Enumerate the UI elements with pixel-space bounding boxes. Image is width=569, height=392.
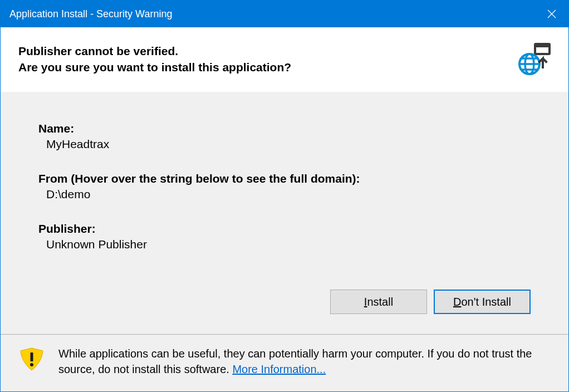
from-label: From (Hover over the string below to see… [38, 172, 531, 185]
dont-install-button[interactable]: Don't Install [434, 290, 531, 314]
window-title: Application Install - Security Warning [9, 8, 172, 20]
install-label-rest: nstall [367, 296, 393, 308]
titlebar: Application Install - Security Warning [1, 1, 568, 27]
name-label: Name: [38, 122, 531, 135]
install-button[interactable]: Install [330, 290, 427, 314]
globe-app-icon [517, 43, 551, 76]
dialog-body: Name: MyHeadtrax From (Hover over the st… [1, 92, 568, 334]
publisher-value: Unknown Publisher [38, 238, 531, 251]
close-button[interactable] [535, 1, 568, 27]
from-value: D:\demo [38, 188, 531, 201]
dialog-header: Publisher cannot be verified. Are you su… [1, 27, 568, 92]
shield-warning-icon [18, 346, 45, 373]
dont-install-label-rest: on't Install [462, 296, 511, 308]
button-row: Install Don't Install [38, 290, 531, 321]
publisher-label: Publisher: [38, 222, 531, 236]
dont-install-accelerator: D [453, 296, 461, 308]
svg-point-10 [30, 363, 33, 366]
more-information-link[interactable]: More Information... [232, 363, 326, 375]
header-line1: Publisher cannot be verified. [18, 43, 291, 59]
field-name: Name: MyHeadtrax [38, 122, 531, 151]
svg-rect-3 [535, 44, 550, 47]
field-publisher: Publisher: Unknown Publisher [38, 222, 531, 251]
close-icon [547, 9, 556, 18]
header-message: Publisher cannot be verified. Are you su… [18, 43, 291, 76]
header-line2: Are you sure you want to install this ap… [18, 59, 291, 75]
footer-message: While applications can be useful, they c… [58, 346, 551, 377]
dialog-footer: While applications can be useful, they c… [1, 334, 568, 391]
field-from: From (Hover over the string below to see… [38, 172, 531, 201]
svg-rect-9 [31, 352, 33, 361]
name-value: MyHeadtrax [38, 138, 531, 151]
